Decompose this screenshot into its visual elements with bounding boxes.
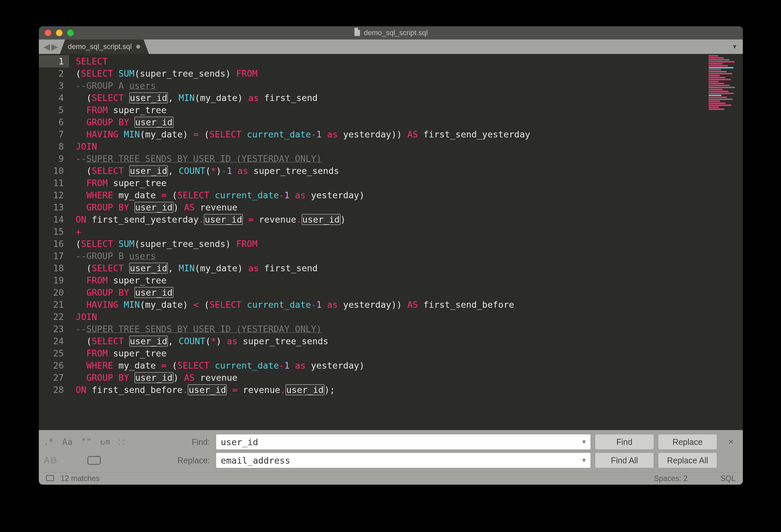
code-line[interactable]: SELECT [76, 55, 707, 68]
code-line[interactable]: --GROUP A users [76, 80, 707, 92]
tab-demo-sql-script[interactable]: demo_sql_script.sql [60, 39, 149, 54]
code-line[interactable]: GROUP BY user_id [76, 286, 707, 299]
code-line[interactable]: FROM super_tree [76, 274, 707, 286]
code-line[interactable]: HAVING MIN(my_date) < (SELECT current_da… [76, 299, 707, 311]
code-editor[interactable]: SELECT(SELECT SUM(super_tree_sends) FROM… [69, 54, 707, 430]
file-icon [354, 28, 361, 38]
history-forward-button[interactable]: ▶ [51, 42, 58, 51]
replace-input[interactable] [216, 452, 591, 468]
indentation-status[interactable]: Spaces: 2 [654, 474, 688, 483]
code-line[interactable]: (SELECT user_id, MIN(my_date) as first_s… [76, 92, 707, 104]
status-bar: 12 matches Spaces: 2 SQL [39, 472, 743, 485]
highlight-matches-toggle[interactable] [87, 456, 101, 464]
svg-rect-0 [46, 476, 54, 481]
replace-history-dropdown[interactable]: ▼ [581, 457, 587, 464]
code-line[interactable]: (SELECT user_id, MIN(my_date) as first_s… [76, 262, 707, 274]
code-line[interactable]: GROUP BY user_id [76, 116, 707, 128]
in-selection-toggle[interactable]: ⸬ [119, 437, 124, 447]
tab-label: demo_sql_script.sql [68, 42, 132, 51]
code-line[interactable]: FROM super_tree [76, 347, 707, 359]
replace-button[interactable]: Replace [658, 434, 717, 450]
close-panel-button[interactable]: × [721, 437, 741, 447]
code-line[interactable]: --SUPER TREE SENDS BY USER ID (YESTERDAY… [76, 152, 707, 165]
close-window-button[interactable] [45, 30, 51, 36]
code-line[interactable]: --SUPER TREE SENDS BY USER ID (YESTERDAY… [76, 323, 707, 335]
modified-indicator-icon [136, 45, 140, 49]
tab-overflow-button[interactable]: ▼ [732, 43, 738, 50]
find-all-button[interactable]: Find All [595, 452, 654, 468]
code-line[interactable]: HAVING MIN(my_date) = (SELECT current_da… [76, 128, 707, 140]
titlebar[interactable]: demo_sql_script.sql [39, 26, 743, 39]
minimize-window-button[interactable] [56, 30, 63, 36]
code-line[interactable]: FROM super_tree [76, 177, 707, 189]
code-line[interactable]: WHERE my_date = (SELECT current_date-1 a… [76, 359, 707, 371]
replace-all-button[interactable]: Replace All [658, 452, 717, 468]
code-line[interactable]: JOIN [76, 140, 707, 152]
line-number-gutter[interactable]: 1234567891011121314151617181920212223242… [39, 54, 69, 430]
syntax-status[interactable]: SQL [721, 474, 736, 483]
code-line[interactable]: (SELECT user_id, COUNT(*)-1 as super_tre… [76, 165, 707, 177]
tab-bar: ◀ ▶ demo_sql_script.sql ▼ [39, 39, 743, 54]
window-title: demo_sql_script.sql [364, 29, 428, 37]
code-line[interactable]: + [76, 226, 707, 238]
find-button[interactable]: Find [595, 434, 654, 450]
code-line[interactable]: ON first_send_before.user_id = revenue.u… [76, 384, 707, 396]
whole-word-toggle[interactable]: "" [81, 437, 91, 447]
wrap-toggle[interactable]: ↻≡ [100, 437, 110, 447]
code-line[interactable]: (SELECT user_id, COUNT(*) as super_tree_… [76, 335, 707, 347]
code-line[interactable]: JOIN [76, 311, 707, 323]
code-line[interactable]: WHERE my_date = (SELECT current_date-1 a… [76, 189, 707, 201]
editor-window: demo_sql_script.sql ◀ ▶ demo_sql_script.… [39, 26, 743, 485]
minimap[interactable] [707, 54, 743, 430]
case-sensitive-toggle[interactable]: Aa [62, 437, 72, 447]
preserve-case-toggle[interactable]: AB [43, 455, 57, 466]
find-history-dropdown[interactable]: ▼ [581, 439, 587, 446]
find-input[interactable] [216, 434, 591, 450]
console-icon[interactable] [46, 474, 54, 483]
zoom-window-button[interactable] [67, 30, 74, 36]
code-line[interactable]: GROUP BY user_id) AS revenue [76, 371, 707, 384]
code-line[interactable]: (SELECT SUM(super_tree_sends) FROM [76, 68, 707, 80]
find-label: Find: [153, 437, 212, 447]
code-line[interactable]: FROM super_tree [76, 104, 707, 116]
code-line[interactable]: --GROUP B users [76, 250, 707, 262]
code-line[interactable]: GROUP BY user_id) AS revenue [76, 201, 707, 213]
find-replace-panel: .* Aa "" ↻≡ ⸬ Find: ▼ Find Replace × AB … [39, 430, 743, 472]
code-line[interactable]: ON first_send_yesterday.user_id = revenu… [76, 213, 707, 226]
match-count: 12 matches [60, 474, 100, 483]
replace-label: Replace: [153, 456, 212, 465]
regex-toggle[interactable]: .* [43, 437, 54, 447]
code-line[interactable]: (SELECT SUM(super_tree_sends) FROM [76, 238, 707, 250]
history-back-button[interactable]: ◀ [43, 42, 50, 51]
